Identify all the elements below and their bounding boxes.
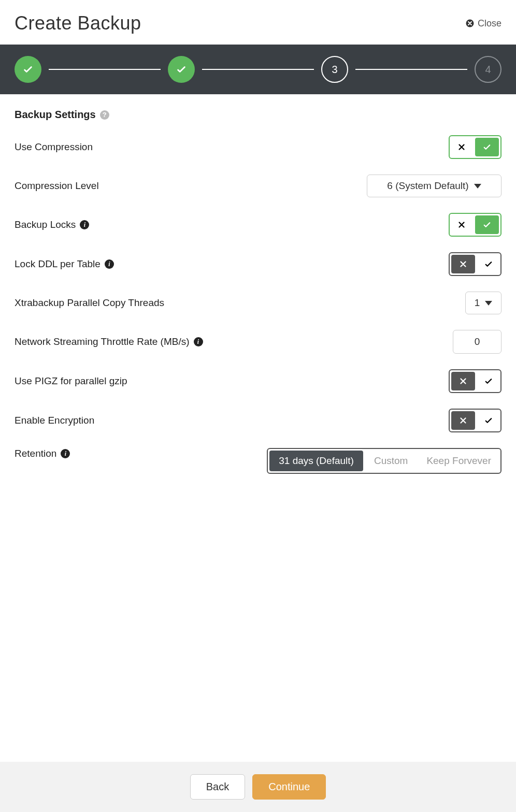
toggle-pigz[interactable] — [449, 369, 501, 393]
toggle-off[interactable] — [450, 136, 474, 158]
label-xtrabackup-threads: Xtrabackup Parallel Copy Threads — [15, 297, 164, 309]
toggle-on[interactable] — [475, 138, 499, 156]
step-connector — [202, 69, 314, 70]
toggle-off[interactable] — [451, 372, 475, 390]
info-icon[interactable]: i — [61, 449, 70, 458]
check-icon — [482, 142, 492, 152]
check-icon — [484, 259, 493, 269]
select-compression-level[interactable]: 6 (System Default) — [367, 175, 501, 197]
select-xtrabackup-threads[interactable]: 1 — [465, 292, 501, 314]
toggle-off[interactable] — [450, 214, 474, 236]
chevron-down-icon — [485, 301, 492, 306]
continue-button[interactable]: Continue — [252, 774, 326, 800]
label-retention: Retention i — [15, 448, 70, 459]
step-connector — [355, 69, 467, 70]
toggle-on[interactable] — [477, 253, 500, 275]
toggle-on[interactable] — [475, 215, 499, 234]
check-icon — [484, 416, 493, 425]
close-label: Close — [478, 18, 501, 29]
settings-panel: Backup Settings ? Use Compression Compre… — [0, 94, 516, 504]
check-icon — [176, 64, 187, 75]
close-button[interactable]: Close — [465, 18, 501, 29]
check-icon — [22, 64, 34, 75]
row-compression-level: Compression Level 6 (System Default) — [15, 175, 501, 197]
row-use-compression: Use Compression — [15, 135, 501, 159]
input-throttle[interactable] — [453, 330, 501, 354]
toggle-lock-ddl[interactable] — [449, 252, 501, 276]
toggle-off[interactable] — [451, 255, 475, 273]
section-title-text: Backup Settings — [15, 109, 96, 121]
info-icon[interactable]: i — [105, 259, 114, 269]
section-heading: Backup Settings ? — [15, 109, 501, 121]
step-number: 3 — [332, 64, 337, 76]
segmented-retention[interactable]: 31 days (Default) Custom Keep Forvever — [267, 448, 501, 474]
info-icon[interactable]: i — [80, 220, 89, 229]
row-throttle: Network Streaming Throttle Rate (MB/s) i — [15, 330, 501, 354]
wizard-stepper: 3 4 — [0, 45, 516, 94]
step-1[interactable] — [15, 56, 41, 83]
label-backup-locks: Backup Locks i — [15, 219, 89, 230]
step-number: 4 — [485, 64, 491, 76]
retention-option-custom[interactable]: Custom — [365, 449, 417, 473]
x-icon — [457, 220, 466, 229]
label-lock-ddl: Lock DDL per Table i — [15, 258, 114, 270]
row-retention: Retention i 31 days (Default) Custom Kee… — [15, 448, 501, 474]
x-icon — [457, 142, 466, 152]
close-icon — [465, 19, 475, 28]
dialog-header: Create Backup Close — [0, 0, 516, 45]
x-icon — [458, 416, 468, 425]
row-xtrabackup-threads: Xtrabackup Parallel Copy Threads 1 — [15, 292, 501, 314]
label-use-compression: Use Compression — [15, 141, 93, 153]
retention-option-default[interactable]: 31 days (Default) — [269, 451, 363, 471]
row-backup-locks: Backup Locks i — [15, 213, 501, 237]
page-title: Create Backup — [15, 12, 141, 34]
row-encryption: Enable Encryption — [15, 409, 501, 432]
x-icon — [458, 376, 468, 386]
toggle-off[interactable] — [451, 411, 475, 430]
step-3[interactable]: 3 — [321, 56, 348, 83]
toggle-use-compression[interactable] — [449, 135, 501, 159]
step-connector — [49, 69, 161, 70]
step-4: 4 — [475, 56, 501, 83]
select-value: 6 (System Default) — [387, 180, 468, 192]
help-icon[interactable]: ? — [100, 110, 109, 120]
label-compression-level: Compression Level — [15, 180, 99, 192]
info-icon[interactable]: i — [194, 337, 203, 346]
check-icon — [482, 220, 492, 229]
select-value: 1 — [475, 297, 480, 309]
label-pigz: Use PIGZ for parallel gzip — [15, 375, 127, 387]
chevron-down-icon — [474, 184, 481, 189]
row-pigz: Use PIGZ for parallel gzip — [15, 369, 501, 393]
wizard-footer: Back Continue — [0, 762, 516, 812]
toggle-backup-locks[interactable] — [449, 213, 501, 237]
retention-option-keep-forever[interactable]: Keep Forvever — [417, 449, 500, 473]
back-button[interactable]: Back — [190, 774, 245, 800]
check-icon — [484, 376, 493, 386]
step-2[interactable] — [168, 56, 195, 83]
label-throttle: Network Streaming Throttle Rate (MB/s) i — [15, 336, 203, 347]
toggle-encryption[interactable] — [449, 409, 501, 432]
x-icon — [458, 259, 468, 269]
row-lock-ddl: Lock DDL per Table i — [15, 252, 501, 276]
toggle-on[interactable] — [477, 410, 500, 431]
label-encryption: Enable Encryption — [15, 415, 94, 426]
toggle-on[interactable] — [477, 370, 500, 392]
